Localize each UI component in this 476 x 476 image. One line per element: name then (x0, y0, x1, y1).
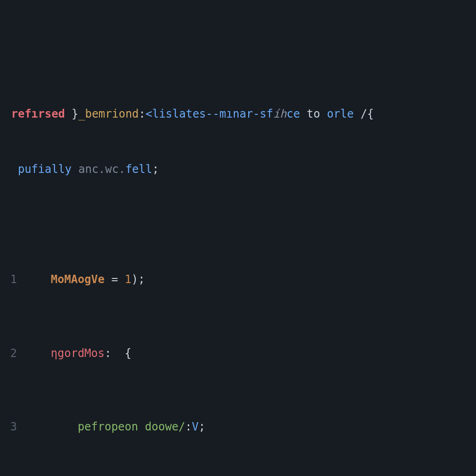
token-keyword: refırsed (11, 107, 65, 120)
token-ident: MoMAogVe (51, 273, 105, 286)
token-colon: : (185, 420, 192, 433)
code-line: 1 MoMAogVe = 1); (0, 271, 476, 289)
line-number: 3 (0, 418, 24, 436)
token-ident: fell (126, 163, 152, 176)
token-ident: V (192, 420, 198, 433)
token-string: pefropeon doowe/ (78, 420, 185, 433)
token-ident: ce (286, 107, 300, 120)
code-editor[interactable]: refırsed }_bemriond:<lislates--mınar-sfí… (0, 0, 476, 476)
token-ident: ƞgordMos (51, 347, 105, 360)
token-text: to (300, 107, 327, 120)
code-line: pufially anc.wc.fell; (0, 160, 476, 179)
token-ident: pufially (11, 163, 79, 176)
token-brace: /{ (354, 107, 374, 120)
token-brace: : { (105, 347, 132, 360)
token-semi: ); (132, 273, 145, 286)
line-number: 1 (0, 271, 24, 289)
token-semi: ; (198, 420, 205, 433)
token-brace: } (65, 107, 79, 120)
token-ident: anc.wc. (79, 163, 126, 176)
token-ident: íh (273, 107, 287, 120)
line-number: 2 (0, 344, 24, 363)
token-assign: = (105, 273, 125, 286)
code-line: 2 ƞgordMos: { (0, 344, 476, 363)
token-semi: ; (152, 163, 159, 176)
token-colon: : (139, 107, 145, 120)
token-ident: _bemriond (79, 107, 139, 120)
token-number: 1 (125, 273, 131, 286)
token-ident: orle (327, 107, 354, 120)
code-line: refırsed }_bemriond:<lislates--mınar-sfí… (0, 105, 476, 124)
code-line: 3 pefropeon doowe/:V; (0, 418, 476, 436)
token-ident: <lislates--mınar-sf (145, 107, 273, 120)
